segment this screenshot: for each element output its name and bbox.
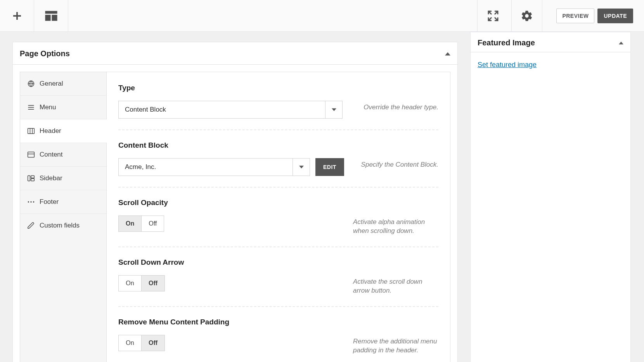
svg-rect-9 [28, 128, 35, 133]
page-options-title: Page Options [20, 49, 70, 58]
scroll-opacity-toggle: On Off [118, 215, 164, 232]
layout-button[interactable] [34, 0, 68, 31]
tab-custom-fields[interactable]: Custom fields [20, 214, 106, 237]
gear-icon [521, 10, 533, 22]
remove-menu-padding-on[interactable]: On [119, 335, 141, 351]
scroll-down-arrow-on[interactable]: On [119, 276, 141, 291]
footer-icon [27, 200, 35, 204]
tab-sidebar[interactable]: Sidebar [20, 167, 106, 190]
content-block-select-value: Acme, Inc. [119, 159, 293, 176]
add-block-button[interactable] [0, 0, 34, 31]
field-remove-menu-padding: Remove Menu Content Padding On Off Remov… [118, 313, 438, 357]
svg-rect-4 [52, 15, 57, 21]
page-options-panel: Page Options General [12, 42, 458, 362]
tab-custom-fields-label: Custom fields [40, 222, 80, 229]
toolbar-left [0, 0, 68, 31]
tab-footer-label: Footer [40, 198, 59, 206]
tab-menu[interactable]: Menu [20, 96, 106, 119]
content-block-help: Specify the Content Block. [361, 158, 438, 169]
remove-menu-padding-help: Remove the additional menu padding in th… [353, 335, 438, 355]
tab-general[interactable]: General [20, 72, 106, 96]
options-tabs: General Menu Header [20, 72, 107, 362]
field-type: Type Content Block Override the [118, 79, 438, 130]
page-options-header[interactable]: Page Options [13, 42, 457, 65]
tab-footer[interactable]: Footer [20, 190, 106, 214]
tab-content[interactable]: Content [20, 143, 106, 167]
settings-button[interactable] [511, 0, 542, 31]
edit-content-block-button[interactable]: EDIT [315, 158, 344, 176]
svg-rect-12 [28, 152, 35, 157]
featured-image-header[interactable]: Featured Image [471, 32, 630, 52]
tab-header[interactable]: Header [20, 119, 106, 143]
field-scroll-down-arrow-label: Scroll Down Arrow [118, 258, 438, 267]
scroll-opacity-help: Activate alpha animation when scrolling … [353, 215, 438, 236]
preview-button[interactable]: PREVIEW [556, 9, 594, 23]
type-select-value: Content Block [119, 101, 325, 118]
svg-rect-2 [45, 11, 57, 14]
tab-content-label: Content [40, 151, 63, 159]
remove-menu-padding-off[interactable]: Off [141, 335, 164, 351]
pencil-icon [27, 222, 35, 229]
svg-rect-14 [28, 176, 30, 181]
tab-general-label: General [40, 80, 63, 88]
header-icon [27, 127, 35, 135]
field-content-block: Content Block Acme, Inc. EDIT [118, 136, 438, 188]
options-box: General Menu Header [20, 72, 450, 362]
scroll-opacity-on[interactable]: On [119, 216, 141, 231]
collapse-icon[interactable] [619, 41, 623, 45]
field-content-block-label: Content Block [118, 141, 438, 150]
fields-column: Type Content Block Override the [107, 72, 450, 362]
field-remove-menu-padding-label: Remove Menu Content Padding [118, 318, 438, 326]
collapse-icon[interactable] [445, 51, 450, 57]
scroll-opacity-off[interactable]: Off [141, 216, 164, 231]
field-scroll-opacity-label: Scroll Opacity [118, 198, 438, 207]
svg-rect-16 [31, 179, 34, 181]
field-type-label: Type [118, 84, 438, 92]
svg-point-17 [28, 201, 29, 202]
chevron-down-icon [293, 159, 310, 176]
featured-image-title: Featured Image [478, 38, 535, 47]
fullscreen-button[interactable] [477, 0, 508, 31]
globe-icon [27, 80, 35, 88]
editor-toolbar: PREVIEW UPDATE [0, 0, 644, 32]
update-button[interactable]: UPDATE [597, 9, 633, 23]
expand-icon [487, 10, 499, 22]
field-scroll-down-arrow: Scroll Down Arrow On Off Activate the sc… [118, 253, 438, 307]
scroll-down-arrow-help: Activate the scroll down arrow button. [353, 275, 438, 295]
svg-point-19 [33, 201, 34, 202]
plus-icon [11, 10, 23, 22]
tab-header-label: Header [40, 127, 61, 135]
svg-point-18 [30, 201, 31, 202]
menu-icon [27, 103, 35, 111]
type-select[interactable]: Content Block [118, 101, 343, 119]
remove-menu-padding-toggle: On Off [118, 335, 165, 351]
sidebar-icon [27, 174, 35, 182]
tab-menu-label: Menu [40, 103, 56, 111]
layout-icon [45, 10, 58, 22]
chevron-down-icon [325, 101, 342, 118]
scroll-down-arrow-toggle: On Off [118, 275, 165, 291]
toolbar-right: PREVIEW UPDATE [477, 0, 644, 31]
svg-rect-3 [45, 15, 50, 21]
featured-image-panel: Featured Image Set featured image [470, 32, 631, 362]
content-block-select[interactable]: Acme, Inc. [118, 158, 310, 176]
type-help: Override the header type. [364, 101, 438, 112]
svg-rect-15 [31, 176, 34, 178]
field-scroll-opacity: Scroll Opacity On Off Activate alpha ani… [118, 194, 438, 247]
set-featured-image-link[interactable]: Set featured image [478, 61, 537, 69]
tab-sidebar-label: Sidebar [40, 174, 62, 182]
scroll-down-arrow-off[interactable]: Off [141, 276, 164, 291]
content-icon [27, 151, 35, 159]
